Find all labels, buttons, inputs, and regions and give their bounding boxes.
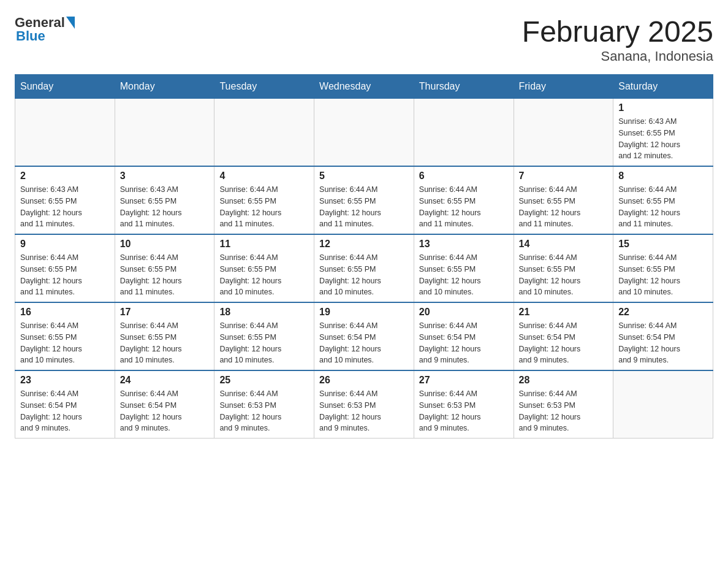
calendar-day-cell: 24Sunrise: 6:44 AM Sunset: 6:54 PM Dayli… bbox=[115, 370, 214, 439]
day-number: 21 bbox=[519, 307, 609, 318]
calendar-day-cell: 1Sunrise: 6:43 AM Sunset: 6:55 PM Daylig… bbox=[613, 99, 713, 167]
day-number: 9 bbox=[20, 239, 110, 250]
day-number: 11 bbox=[219, 239, 309, 250]
day-number: 5 bbox=[319, 170, 409, 182]
day-number: 24 bbox=[120, 375, 210, 386]
page-header: General Blue February 2025 Sanana, Indon… bbox=[15, 15, 713, 64]
calendar-week-row: 1Sunrise: 6:43 AM Sunset: 6:55 PM Daylig… bbox=[15, 99, 713, 167]
calendar-day-cell bbox=[15, 99, 115, 167]
day-info: Sunrise: 6:44 AM Sunset: 6:55 PM Dayligh… bbox=[20, 252, 110, 298]
day-info: Sunrise: 6:44 AM Sunset: 6:55 PM Dayligh… bbox=[219, 252, 309, 298]
calendar-day-cell: 4Sunrise: 6:44 AM Sunset: 6:55 PM Daylig… bbox=[214, 166, 314, 234]
day-info: Sunrise: 6:44 AM Sunset: 6:55 PM Dayligh… bbox=[120, 320, 210, 366]
calendar-day-cell: 18Sunrise: 6:44 AM Sunset: 6:55 PM Dayli… bbox=[214, 302, 314, 370]
day-info: Sunrise: 6:44 AM Sunset: 6:54 PM Dayligh… bbox=[419, 320, 509, 366]
day-info: Sunrise: 6:44 AM Sunset: 6:54 PM Dayligh… bbox=[120, 388, 210, 434]
calendar-day-cell: 25Sunrise: 6:44 AM Sunset: 6:53 PM Dayli… bbox=[214, 370, 314, 439]
day-info: Sunrise: 6:44 AM Sunset: 6:55 PM Dayligh… bbox=[618, 184, 708, 230]
day-info: Sunrise: 6:44 AM Sunset: 6:55 PM Dayligh… bbox=[319, 184, 409, 230]
day-number: 3 bbox=[120, 170, 210, 182]
day-info: Sunrise: 6:44 AM Sunset: 6:53 PM Dayligh… bbox=[319, 388, 409, 434]
calendar-week-row: 9Sunrise: 6:44 AM Sunset: 6:55 PM Daylig… bbox=[15, 234, 713, 302]
calendar-day-cell bbox=[314, 99, 414, 167]
calendar-day-cell: 26Sunrise: 6:44 AM Sunset: 6:53 PM Dayli… bbox=[314, 370, 414, 439]
calendar-day-cell: 17Sunrise: 6:44 AM Sunset: 6:55 PM Dayli… bbox=[115, 302, 214, 370]
day-number: 12 bbox=[319, 239, 409, 250]
calendar-day-cell: 3Sunrise: 6:43 AM Sunset: 6:55 PM Daylig… bbox=[115, 166, 214, 234]
calendar-title: February 2025 bbox=[522, 15, 713, 48]
day-info: Sunrise: 6:44 AM Sunset: 6:53 PM Dayligh… bbox=[419, 388, 509, 434]
day-number: 7 bbox=[519, 170, 609, 182]
day-info: Sunrise: 6:44 AM Sunset: 6:55 PM Dayligh… bbox=[219, 320, 309, 366]
day-info: Sunrise: 6:44 AM Sunset: 6:53 PM Dayligh… bbox=[519, 388, 609, 434]
day-number: 6 bbox=[419, 170, 509, 182]
calendar-day-cell: 20Sunrise: 6:44 AM Sunset: 6:54 PM Dayli… bbox=[414, 302, 514, 370]
day-info: Sunrise: 6:44 AM Sunset: 6:53 PM Dayligh… bbox=[219, 388, 309, 434]
calendar-day-cell: 28Sunrise: 6:44 AM Sunset: 6:53 PM Dayli… bbox=[514, 370, 613, 439]
logo-blue-text: Blue bbox=[15, 28, 45, 44]
day-info: Sunrise: 6:44 AM Sunset: 6:54 PM Dayligh… bbox=[319, 320, 409, 366]
logo-triangle-icon bbox=[66, 17, 75, 29]
day-info: Sunrise: 6:44 AM Sunset: 6:54 PM Dayligh… bbox=[618, 320, 708, 366]
weekday-header-thursday: Thursday bbox=[414, 75, 514, 99]
calendar-day-cell: 16Sunrise: 6:44 AM Sunset: 6:55 PM Dayli… bbox=[15, 302, 115, 370]
calendar-table: SundayMondayTuesdayWednesdayThursdayFrid… bbox=[15, 74, 713, 439]
day-info: Sunrise: 6:44 AM Sunset: 6:55 PM Dayligh… bbox=[618, 252, 708, 298]
day-number: 20 bbox=[419, 307, 509, 318]
day-info: Sunrise: 6:43 AM Sunset: 6:55 PM Dayligh… bbox=[20, 184, 110, 230]
calendar-day-cell: 6Sunrise: 6:44 AM Sunset: 6:55 PM Daylig… bbox=[414, 166, 514, 234]
calendar-day-cell: 14Sunrise: 6:44 AM Sunset: 6:55 PM Dayli… bbox=[514, 234, 613, 302]
day-number: 14 bbox=[519, 239, 609, 250]
weekday-header-sunday: Sunday bbox=[15, 75, 115, 99]
day-info: Sunrise: 6:43 AM Sunset: 6:55 PM Dayligh… bbox=[618, 116, 708, 162]
day-info: Sunrise: 6:44 AM Sunset: 6:55 PM Dayligh… bbox=[519, 252, 609, 298]
weekday-header-saturday: Saturday bbox=[613, 75, 713, 99]
title-section: February 2025 Sanana, Indonesia bbox=[522, 15, 713, 64]
calendar-day-cell: 10Sunrise: 6:44 AM Sunset: 6:55 PM Dayli… bbox=[115, 234, 214, 302]
day-number: 27 bbox=[419, 375, 509, 386]
day-number: 1 bbox=[618, 102, 708, 113]
day-info: Sunrise: 6:44 AM Sunset: 6:54 PM Dayligh… bbox=[20, 388, 110, 434]
day-info: Sunrise: 6:44 AM Sunset: 6:55 PM Dayligh… bbox=[319, 252, 409, 298]
calendar-day-cell: 23Sunrise: 6:44 AM Sunset: 6:54 PM Dayli… bbox=[15, 370, 115, 439]
day-number: 8 bbox=[618, 170, 708, 182]
day-info: Sunrise: 6:43 AM Sunset: 6:55 PM Dayligh… bbox=[120, 184, 210, 230]
calendar-day-cell bbox=[514, 99, 613, 167]
day-info: Sunrise: 6:44 AM Sunset: 6:55 PM Dayligh… bbox=[219, 184, 309, 230]
calendar-day-cell: 19Sunrise: 6:44 AM Sunset: 6:54 PM Dayli… bbox=[314, 302, 414, 370]
day-number: 23 bbox=[20, 375, 110, 386]
day-number: 26 bbox=[319, 375, 409, 386]
day-number: 17 bbox=[120, 307, 210, 318]
calendar-day-cell: 22Sunrise: 6:44 AM Sunset: 6:54 PM Dayli… bbox=[613, 302, 713, 370]
day-number: 13 bbox=[419, 239, 509, 250]
calendar-day-cell: 13Sunrise: 6:44 AM Sunset: 6:55 PM Dayli… bbox=[414, 234, 514, 302]
day-number: 19 bbox=[319, 307, 409, 318]
calendar-day-cell: 2Sunrise: 6:43 AM Sunset: 6:55 PM Daylig… bbox=[15, 166, 115, 234]
day-number: 4 bbox=[219, 170, 309, 182]
day-info: Sunrise: 6:44 AM Sunset: 6:55 PM Dayligh… bbox=[20, 320, 110, 366]
weekday-header-row: SundayMondayTuesdayWednesdayThursdayFrid… bbox=[15, 75, 713, 99]
day-number: 15 bbox=[618, 239, 708, 250]
logo: General Blue bbox=[15, 15, 75, 44]
calendar-day-cell bbox=[214, 99, 314, 167]
calendar-day-cell: 8Sunrise: 6:44 AM Sunset: 6:55 PM Daylig… bbox=[613, 166, 713, 234]
calendar-day-cell: 9Sunrise: 6:44 AM Sunset: 6:55 PM Daylig… bbox=[15, 234, 115, 302]
day-number: 28 bbox=[519, 375, 609, 386]
day-number: 2 bbox=[20, 170, 110, 182]
day-number: 18 bbox=[219, 307, 309, 318]
calendar-subtitle: Sanana, Indonesia bbox=[522, 48, 713, 64]
weekday-header-wednesday: Wednesday bbox=[314, 75, 414, 99]
day-info: Sunrise: 6:44 AM Sunset: 6:55 PM Dayligh… bbox=[419, 252, 509, 298]
calendar-day-cell bbox=[115, 99, 214, 167]
day-number: 10 bbox=[120, 239, 210, 250]
day-number: 16 bbox=[20, 307, 110, 318]
weekday-header-friday: Friday bbox=[514, 75, 613, 99]
calendar-week-row: 23Sunrise: 6:44 AM Sunset: 6:54 PM Dayli… bbox=[15, 370, 713, 439]
calendar-day-cell: 5Sunrise: 6:44 AM Sunset: 6:55 PM Daylig… bbox=[314, 166, 414, 234]
day-info: Sunrise: 6:44 AM Sunset: 6:55 PM Dayligh… bbox=[120, 252, 210, 298]
calendar-day-cell: 12Sunrise: 6:44 AM Sunset: 6:55 PM Dayli… bbox=[314, 234, 414, 302]
calendar-day-cell: 11Sunrise: 6:44 AM Sunset: 6:55 PM Dayli… bbox=[214, 234, 314, 302]
day-info: Sunrise: 6:44 AM Sunset: 6:54 PM Dayligh… bbox=[519, 320, 609, 366]
weekday-header-tuesday: Tuesday bbox=[214, 75, 314, 99]
day-number: 25 bbox=[219, 375, 309, 386]
